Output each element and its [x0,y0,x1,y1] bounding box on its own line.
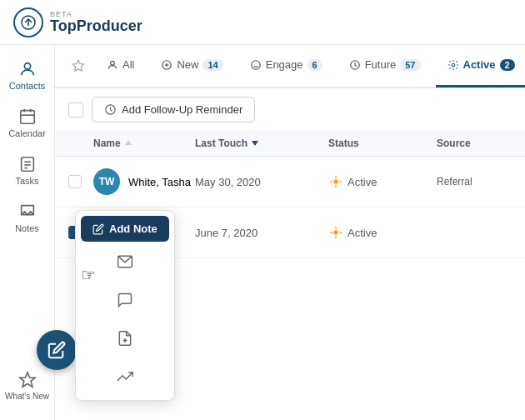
select-all-checkbox[interactable] [68,102,83,118]
svg-marker-22 [125,140,132,145]
svg-point-15 [251,60,260,69]
col-status-label: Status [328,138,359,149]
sidebar-label-notes: Notes [15,223,39,233]
tab-active-badge: 2 [500,59,515,71]
col-name-header[interactable]: Name [93,138,195,149]
col-checkbox-header [68,138,93,149]
context-menu-label: Add Note [109,222,158,235]
col-last-touch-header[interactable]: Last Touch [195,138,328,149]
sidebar-label-tasks: Tasks [15,176,38,186]
cursor: ☞ [81,265,96,285]
sidebar-item-contacts[interactable]: Contacts [0,53,54,98]
tab-engage-badge: 6 [308,59,322,71]
sidebar-item-calendar[interactable]: Calendar [0,101,54,145]
avatar-initials-1: TW [99,176,115,188]
status-cell-1: Active [328,174,437,189]
last-touch-1: May 30, 2020 [195,176,328,188]
row-checkbox-1[interactable] [68,175,82,188]
status-label-2: Active [348,227,377,239]
tab-engage-label: Engage [266,58,303,71]
name-cell-1: TW White, Tasha [93,168,195,195]
last-touch-2: June 7, 2020 [195,227,328,239]
tab-active[interactable]: Active 2 [436,45,526,88]
logo-icon [13,8,43,38]
svg-point-27 [334,231,338,235]
tab-future[interactable]: Future 57 [338,45,432,88]
app-header: BETA TopProducer [0,0,525,45]
sidebar-label-whats-new: What's New [5,392,49,402]
svg-point-1 [24,63,30,69]
tab-bar: All New 14 Engage 6 [55,45,525,88]
status-label-1: Active [348,176,377,188]
fab-button[interactable] [37,330,77,370]
context-comment-button[interactable] [108,283,142,317]
tab-future-badge: 57 [400,59,420,71]
status-icon-1 [328,174,343,189]
col-name-label: Name [93,138,121,149]
toolbar: Add Follow-Up Reminder [55,88,525,131]
contact-name-1: White, Tasha [128,176,191,188]
svg-marker-23 [252,141,258,146]
context-menu-header[interactable]: Add Note [81,216,169,242]
tab-new[interactable]: New 14 [149,45,234,88]
context-stats-button[interactable] [108,360,142,393]
col-source-header: Source [437,138,512,149]
sidebar-label-contacts: Contacts [9,81,45,91]
avatar-1: TW [93,168,120,195]
star-button[interactable] [65,52,92,79]
svg-rect-2 [20,111,34,124]
table-row[interactable]: TW White, Tasha May 30, 2020 Active Refe… [55,157,525,208]
tab-engage[interactable]: Engage 6 [238,45,334,88]
tab-all[interactable]: All [95,45,146,88]
status-cell-2: Active [328,225,437,240]
logo-text: BETA TopProducer [50,10,142,35]
sidebar-item-tasks[interactable]: Tasks [0,148,54,192]
svg-point-25 [334,180,338,184]
svg-rect-6 [21,158,33,172]
tab-future-label: Future [365,58,397,71]
tab-active-label: Active [463,58,496,71]
tab-new-label: New [177,58,198,71]
logo: BETA TopProducer [13,8,142,38]
app-name: TopProducer [50,18,142,35]
sidebar-item-notes[interactable]: Notes [0,196,54,240]
source-1: Referral [437,176,512,188]
tab-new-badge: 14 [202,59,222,71]
sidebar-label-calendar: Calendar [8,128,46,138]
context-menu: Add Note [75,210,175,401]
tab-all-label: All [122,58,134,71]
context-email-button[interactable] [108,245,142,278]
col-status-header: Status [328,138,437,149]
col-source-label: Source [437,138,471,149]
sidebar-item-whats-new[interactable]: What's New [0,364,54,408]
context-report-button[interactable] [108,322,142,355]
add-reminder-button[interactable]: Add Follow-Up Reminder [92,97,255,122]
status-icon-2 [328,225,343,240]
svg-marker-10 [72,60,83,71]
table-header: Name Last Touch Status Source [55,131,525,157]
svg-point-11 [111,61,115,65]
add-reminder-label: Add Follow-Up Reminder [122,103,242,116]
col-last-touch-label: Last Touch [195,138,248,149]
svg-point-19 [452,63,455,67]
